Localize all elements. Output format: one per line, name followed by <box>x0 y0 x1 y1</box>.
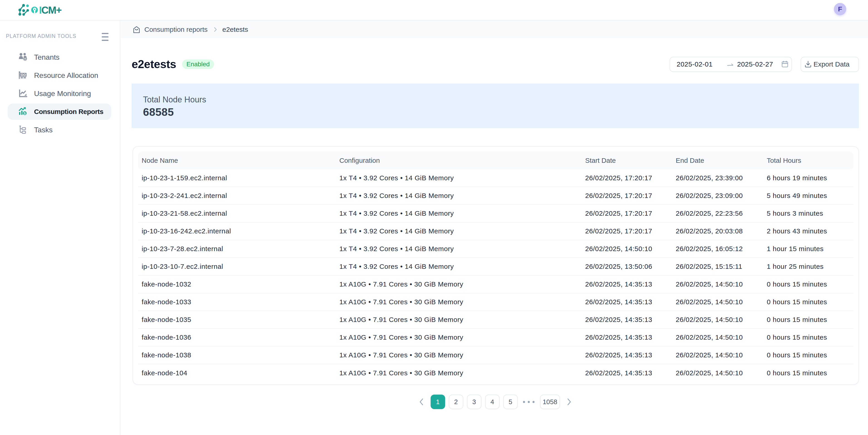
svg-text:ICM+: ICM+ <box>39 4 62 15</box>
svg-text:$: $ <box>24 111 26 115</box>
